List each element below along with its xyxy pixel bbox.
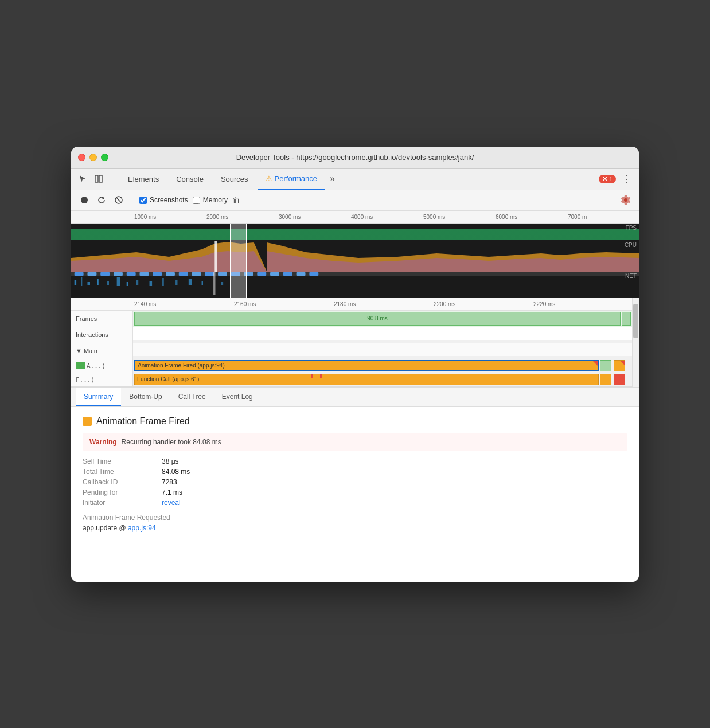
- svg-rect-33: [179, 272, 188, 276]
- tab-bottom-up[interactable]: Bottom-Up: [121, 388, 170, 406]
- svg-rect-12: [87, 282, 90, 285]
- screenshots-checkbox[interactable]: Screenshots: [139, 196, 188, 204]
- initiator-link[interactable]: reveal: [162, 499, 627, 507]
- total-time-label: Total Time: [83, 468, 157, 476]
- ruler-mark-5: 6000 ms: [494, 214, 567, 220]
- svg-rect-23: [221, 282, 223, 285]
- fps-bars: [71, 229, 639, 240]
- tab-summary[interactable]: Summary: [76, 388, 121, 406]
- tab-performance[interactable]: ⚠ Performance: [258, 168, 325, 190]
- detail-table: Self Time 38 μs Total Time 84.08 ms Call…: [83, 457, 627, 507]
- trash-button[interactable]: 🗑: [232, 195, 240, 205]
- interactions-content[interactable]: [133, 327, 632, 340]
- main-label[interactable]: ▼ Main: [71, 343, 133, 359]
- interactions-label: Interactions: [71, 327, 133, 343]
- net-label: NET: [625, 273, 637, 279]
- frames-label: Frames: [71, 311, 133, 327]
- bottom-panel: Summary Bottom-Up Call Tree Event Log An…: [71, 387, 639, 582]
- tab-console[interactable]: Console: [168, 168, 212, 190]
- clear-button[interactable]: [112, 194, 125, 206]
- svg-rect-16: [127, 282, 128, 286]
- dock-icon[interactable]: [92, 172, 106, 186]
- memory-label: Memory: [203, 196, 228, 204]
- record-button[interactable]: [78, 194, 91, 206]
- triangle-marker-0: [593, 361, 598, 366]
- error-badge[interactable]: ✕ 1: [599, 175, 616, 183]
- tab-elements[interactable]: Elements: [120, 168, 167, 190]
- timeline-area: 2140 ms 2160 ms 2180 ms 2200 ms 2220 ms …: [71, 298, 639, 387]
- tab-bar-right: ✕ 1 ⋮: [599, 173, 634, 185]
- flame-content-1[interactable]: Function Call (app.js:61): [133, 373, 632, 387]
- event-title: Animation Frame Fired: [83, 416, 627, 426]
- flame-label-0: A...): [71, 359, 133, 373]
- cpu-chart: [71, 241, 639, 272]
- pending-for-label: Pending for: [83, 488, 157, 496]
- screenshots-input[interactable]: [139, 197, 147, 204]
- initiator-label: Initiator: [83, 499, 157, 507]
- flame-label-1: F...): [71, 373, 133, 386]
- animation-frame-block[interactable]: Animation Frame Fired (app.js:94): [134, 360, 599, 371]
- small-green-block-0: [600, 360, 611, 371]
- memory-checkbox[interactable]: Memory: [193, 196, 228, 204]
- small-orange-block-0: [614, 360, 625, 371]
- callback-id-value: 7283: [162, 478, 627, 486]
- svg-line-4: [117, 198, 120, 202]
- svg-rect-28: [114, 272, 123, 276]
- memory-input[interactable]: [193, 197, 200, 204]
- svg-rect-30: [139, 272, 149, 276]
- cursor-icon[interactable]: [76, 172, 89, 186]
- frames-track-row: Frames 90.8 ms: [71, 311, 632, 327]
- scrollbar-thumb[interactable]: [633, 304, 638, 338]
- svg-rect-27: [100, 272, 110, 276]
- svg-rect-32: [166, 272, 175, 276]
- reload-icon: [97, 195, 106, 205]
- more-menu-button[interactable]: ⋮: [619, 173, 634, 185]
- zoom-mark-3: 2200 ms: [432, 301, 532, 307]
- frames-content[interactable]: 90.8 ms: [133, 311, 632, 327]
- frame-block[interactable]: 90.8 ms: [134, 312, 621, 326]
- svg-rect-18: [150, 281, 153, 286]
- main-section-row: ▼ Main: [71, 343, 632, 359]
- svg-rect-41: [283, 272, 292, 276]
- main-section-content[interactable]: [133, 343, 632, 356]
- svg-rect-22: [202, 281, 203, 285]
- timeline-selection[interactable]: [230, 224, 247, 298]
- settings-button[interactable]: [619, 194, 632, 206]
- reload-button[interactable]: [95, 194, 108, 206]
- function-call-block[interactable]: Function Call (app.js:61): [134, 374, 599, 385]
- minimize-button[interactable]: [89, 154, 97, 161]
- red-tick-0: [311, 374, 313, 378]
- toolbar: Screenshots Memory 🗑: [71, 190, 639, 211]
- zoom-mark-4: 2220 ms: [532, 301, 632, 307]
- svg-rect-31: [153, 272, 162, 276]
- flame-content-0[interactable]: Animation Frame Fired (app.js:94): [133, 359, 632, 373]
- ruler-mark-4: 5000 ms: [422, 214, 494, 220]
- screenshots-label: Screenshots: [150, 196, 188, 204]
- stack-link[interactable]: app.js:94: [128, 524, 156, 532]
- event-color-swatch: [83, 417, 92, 426]
- svg-rect-36: [218, 272, 227, 276]
- tab-more[interactable]: »: [326, 168, 338, 190]
- svg-rect-26: [87, 272, 96, 276]
- fps-track: FPS: [71, 224, 639, 241]
- gear-icon: [621, 195, 631, 205]
- self-time-value: 38 μs: [162, 457, 627, 465]
- net-track: NET: [71, 272, 639, 298]
- tab-sources[interactable]: Sources: [213, 168, 256, 190]
- vertical-scrollbar[interactable]: [632, 298, 639, 387]
- tab-bar: Elements Console Sources ⚠ Performance »…: [71, 169, 639, 190]
- stack-text: app.update @: [83, 524, 128, 532]
- maximize-button[interactable]: [101, 154, 108, 161]
- tab-event-log[interactable]: Event Log: [214, 388, 261, 406]
- pending-for-value: 7.1 ms: [162, 488, 627, 496]
- ruler-mark-2: 3000 ms: [278, 214, 350, 220]
- red-tick-1: [320, 374, 322, 378]
- ruler-mark-1: 2000 ms: [205, 214, 278, 220]
- zoom-mark-1: 2160 ms: [233, 301, 333, 307]
- overview-tracks[interactable]: FPS CPU NET: [71, 224, 639, 298]
- bottom-tabs: Summary Bottom-Up Call Tree Event Log: [71, 388, 639, 407]
- tab-call-tree[interactable]: Call Tree: [170, 388, 214, 406]
- frame-block-small[interactable]: [622, 312, 631, 326]
- close-button[interactable]: [78, 154, 85, 161]
- svg-rect-25: [75, 272, 84, 276]
